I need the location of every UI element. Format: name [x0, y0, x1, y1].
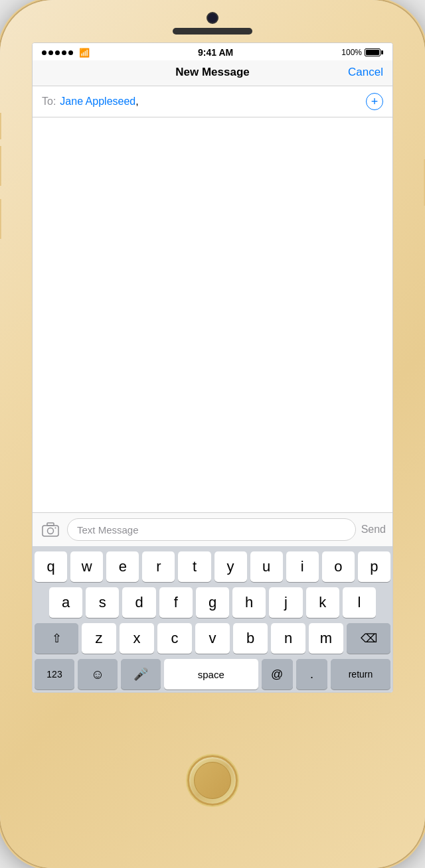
space-key[interactable]: space: [164, 659, 258, 689]
cancel-button[interactable]: Cancel: [343, 66, 383, 79]
camera: [208, 13, 217, 23]
signal-dot-5: [68, 50, 73, 55]
wifi-icon: 📶: [79, 48, 90, 58]
volume-up-button[interactable]: [0, 146, 1, 186]
key-s[interactable]: s: [86, 587, 119, 618]
key-f[interactable]: f: [159, 587, 193, 618]
key-o[interactable]: o: [322, 551, 355, 582]
key-y[interactable]: y: [214, 551, 247, 582]
input-area: Text Message Send: [33, 512, 392, 546]
home-button-inner: [194, 762, 231, 799]
recipient-name[interactable]: Jane Appleseed: [60, 96, 135, 108]
key-c[interactable]: c: [157, 623, 192, 654]
mute-button[interactable]: [0, 113, 1, 139]
key-a[interactable]: a: [49, 587, 82, 618]
nav-title: New Message: [175, 66, 250, 79]
phone-screen: 📶 9:41 AM 100% New Message Cancel To:: [32, 42, 393, 693]
delete-key[interactable]: ⌫: [347, 623, 390, 654]
keyboard: q w e r t y u i o p a s d f g h j k: [33, 546, 392, 692]
svg-rect-2: [47, 523, 54, 526]
key-k[interactable]: k: [306, 587, 339, 618]
return-key[interactable]: return: [331, 659, 390, 689]
text-message-input[interactable]: Text Message: [67, 518, 356, 541]
svg-rect-0: [42, 526, 58, 536]
period-key[interactable]: .: [296, 659, 327, 689]
signal-dot-1: [42, 50, 46, 55]
key-d[interactable]: d: [122, 587, 155, 618]
status-bar: 📶 9:41 AM 100%: [33, 43, 392, 60]
keyboard-row-1: q w e r t y u i o p: [35, 551, 390, 582]
keyboard-row-2: a s d f g h j k l: [35, 587, 390, 618]
volume-down-button[interactable]: [0, 199, 1, 239]
battery-icon: [365, 48, 383, 56]
key-v[interactable]: v: [195, 623, 230, 654]
keyboard-row-4: 123 ☺ 🎤 space @ . return: [35, 659, 390, 689]
key-t[interactable]: t: [178, 551, 211, 582]
key-q[interactable]: q: [35, 551, 67, 582]
text-message-placeholder: Text Message: [77, 524, 139, 536]
to-field[interactable]: To: Jane Appleseed , +: [33, 86, 392, 117]
key-l[interactable]: l: [343, 587, 376, 618]
status-time: 9:41 AM: [198, 47, 233, 58]
numbers-key[interactable]: 123: [35, 659, 74, 689]
key-b[interactable]: b: [233, 623, 268, 654]
battery-percent: 100%: [341, 48, 362, 57]
key-r[interactable]: r: [142, 551, 175, 582]
at-key[interactable]: @: [262, 659, 293, 689]
emoji-key[interactable]: ☺: [78, 659, 118, 689]
nav-bar: New Message Cancel: [33, 60, 392, 86]
key-g[interactable]: g: [196, 587, 229, 618]
phone-bottom: [187, 693, 238, 868]
signal-dot-2: [48, 50, 53, 55]
speaker: [173, 28, 252, 35]
key-e[interactable]: e: [106, 551, 139, 582]
key-w[interactable]: w: [70, 551, 103, 582]
signal-bars: [42, 50, 73, 55]
mic-key[interactable]: 🎤: [121, 659, 161, 689]
key-u[interactable]: u: [250, 551, 283, 582]
phone-top: [0, 0, 425, 42]
svg-point-1: [48, 528, 54, 534]
signal-dot-4: [62, 50, 66, 55]
key-z[interactable]: z: [82, 623, 116, 654]
status-left: 📶: [42, 48, 90, 58]
keyboard-row-3: ⇧ z x c v b n m ⌫: [35, 623, 390, 654]
add-recipient-button[interactable]: +: [366, 93, 383, 110]
key-j[interactable]: j: [269, 587, 302, 618]
key-p[interactable]: p: [358, 551, 390, 582]
signal-dot-3: [55, 50, 60, 55]
camera-button[interactable]: [39, 518, 62, 541]
to-comma: ,: [135, 96, 138, 108]
key-m[interactable]: m: [309, 623, 343, 654]
key-n[interactable]: n: [271, 623, 305, 654]
send-button[interactable]: Send: [361, 524, 386, 536]
to-label: To:: [42, 96, 56, 108]
key-x[interactable]: x: [120, 623, 154, 654]
message-body[interactable]: [33, 117, 392, 512]
status-right: 100%: [341, 48, 383, 57]
home-button[interactable]: [187, 755, 238, 806]
phone-shell: 📶 9:41 AM 100% New Message Cancel To:: [0, 0, 425, 868]
key-i[interactable]: i: [286, 551, 319, 582]
svg-point-3: [55, 528, 56, 529]
key-h[interactable]: h: [232, 587, 266, 618]
shift-key[interactable]: ⇧: [35, 623, 78, 654]
